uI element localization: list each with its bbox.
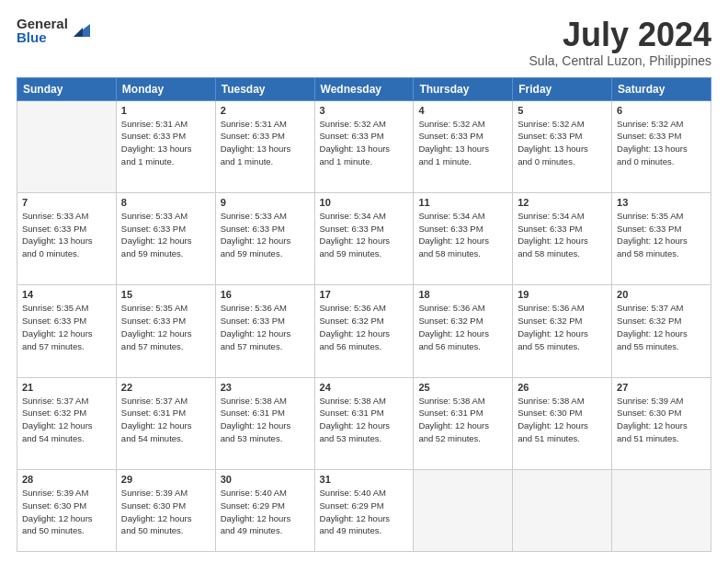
day-number: 19 <box>518 289 607 300</box>
table-row: 10Sunrise: 5:34 AMSunset: 6:33 PMDayligh… <box>314 192 414 284</box>
table-row: 7Sunrise: 5:33 AMSunset: 6:33 PMDaylight… <box>17 192 117 284</box>
col-wednesday: Wednesday <box>314 77 414 100</box>
title-block: July 2024 Sula, Central Luzon, Philippin… <box>529 17 711 68</box>
table-row: 22Sunrise: 5:37 AMSunset: 6:31 PMDayligh… <box>116 377 215 469</box>
col-friday: Friday <box>513 77 612 100</box>
day-number: 13 <box>617 197 706 208</box>
day-info: Sunrise: 5:32 AMSunset: 6:33 PMDaylight:… <box>518 118 607 168</box>
day-number: 24 <box>320 382 409 393</box>
day-info: Sunrise: 5:34 AMSunset: 6:33 PMDaylight:… <box>418 210 507 260</box>
day-info: Sunrise: 5:38 AMSunset: 6:31 PMDaylight:… <box>320 395 409 445</box>
day-number: 2 <box>221 105 310 116</box>
day-number: 27 <box>617 382 706 393</box>
main-title: July 2024 <box>529 17 711 53</box>
day-number: 21 <box>22 382 111 393</box>
day-info: Sunrise: 5:31 AMSunset: 6:33 PMDaylight:… <box>121 118 210 168</box>
col-saturday: Saturday <box>612 77 711 100</box>
day-number: 9 <box>221 197 310 208</box>
table-row: 6Sunrise: 5:32 AMSunset: 6:33 PMDaylight… <box>612 100 711 192</box>
table-row <box>17 100 117 192</box>
day-info: Sunrise: 5:37 AMSunset: 6:32 PMDaylight:… <box>22 395 111 445</box>
day-info: Sunrise: 5:33 AMSunset: 6:33 PMDaylight:… <box>221 210 310 260</box>
col-tuesday: Tuesday <box>215 77 314 100</box>
table-row: 19Sunrise: 5:36 AMSunset: 6:32 PMDayligh… <box>513 285 612 377</box>
svg-marker-1 <box>74 28 83 37</box>
table-row: 26Sunrise: 5:38 AMSunset: 6:30 PMDayligh… <box>513 377 612 469</box>
week-row-4: 21Sunrise: 5:37 AMSunset: 6:32 PMDayligh… <box>17 377 711 469</box>
table-row: 30Sunrise: 5:40 AMSunset: 6:29 PMDayligh… <box>215 469 314 551</box>
day-info: Sunrise: 5:40 AMSunset: 6:29 PMDaylight:… <box>320 487 409 537</box>
day-number: 16 <box>221 289 310 300</box>
day-info: Sunrise: 5:36 AMSunset: 6:32 PMDaylight:… <box>320 302 409 352</box>
day-info: Sunrise: 5:36 AMSunset: 6:32 PMDaylight:… <box>418 302 507 352</box>
day-info: Sunrise: 5:39 AMSunset: 6:30 PMDaylight:… <box>22 487 111 537</box>
col-sunday: Sunday <box>17 77 117 100</box>
day-number: 28 <box>22 474 111 485</box>
table-row: 13Sunrise: 5:35 AMSunset: 6:33 PMDayligh… <box>612 192 711 284</box>
day-number: 3 <box>320 105 409 116</box>
table-row: 3Sunrise: 5:32 AMSunset: 6:33 PMDaylight… <box>314 100 414 192</box>
header-row: Sunday Monday Tuesday Wednesday Thursday… <box>17 77 711 100</box>
day-info: Sunrise: 5:35 AMSunset: 6:33 PMDaylight:… <box>617 210 706 260</box>
table-row: 8Sunrise: 5:33 AMSunset: 6:33 PMDaylight… <box>116 192 215 284</box>
table-row <box>414 469 513 551</box>
day-info: Sunrise: 5:38 AMSunset: 6:31 PMDaylight:… <box>418 395 507 445</box>
table-row: 28Sunrise: 5:39 AMSunset: 6:30 PMDayligh… <box>17 469 117 551</box>
day-number: 5 <box>518 105 607 116</box>
logo-general: General <box>17 17 68 30</box>
day-number: 15 <box>121 289 210 300</box>
day-number: 26 <box>518 382 607 393</box>
table-row: 31Sunrise: 5:40 AMSunset: 6:29 PMDayligh… <box>314 469 414 551</box>
col-thursday: Thursday <box>414 77 513 100</box>
day-info: Sunrise: 5:40 AMSunset: 6:29 PMDaylight:… <box>221 487 310 537</box>
day-number: 11 <box>418 197 507 208</box>
day-info: Sunrise: 5:35 AMSunset: 6:33 PMDaylight:… <box>121 302 210 352</box>
day-info: Sunrise: 5:34 AMSunset: 6:33 PMDaylight:… <box>518 210 607 260</box>
table-row: 21Sunrise: 5:37 AMSunset: 6:32 PMDayligh… <box>17 377 117 469</box>
table-row: 23Sunrise: 5:38 AMSunset: 6:31 PMDayligh… <box>215 377 314 469</box>
day-number: 31 <box>320 474 409 485</box>
table-row: 24Sunrise: 5:38 AMSunset: 6:31 PMDayligh… <box>314 377 414 469</box>
day-number: 8 <box>121 197 210 208</box>
table-row: 29Sunrise: 5:39 AMSunset: 6:30 PMDayligh… <box>116 469 215 551</box>
day-number: 1 <box>121 105 210 116</box>
day-number: 25 <box>418 382 507 393</box>
header: General Blue July 2024 Sula, Central Luz… <box>17 17 711 68</box>
logo: General Blue <box>17 17 90 44</box>
day-info: Sunrise: 5:33 AMSunset: 6:33 PMDaylight:… <box>121 210 210 260</box>
table-row: 15Sunrise: 5:35 AMSunset: 6:33 PMDayligh… <box>116 285 215 377</box>
table-row: 5Sunrise: 5:32 AMSunset: 6:33 PMDaylight… <box>513 100 612 192</box>
table-row: 14Sunrise: 5:35 AMSunset: 6:33 PMDayligh… <box>17 285 117 377</box>
day-info: Sunrise: 5:38 AMSunset: 6:31 PMDaylight:… <box>221 395 310 445</box>
day-number: 29 <box>121 474 210 485</box>
logo-icon <box>70 20 90 40</box>
day-number: 23 <box>221 382 310 393</box>
day-number: 17 <box>320 289 409 300</box>
table-row: 25Sunrise: 5:38 AMSunset: 6:31 PMDayligh… <box>414 377 513 469</box>
table-row: 1Sunrise: 5:31 AMSunset: 6:33 PMDaylight… <box>116 100 215 192</box>
table-row: 12Sunrise: 5:34 AMSunset: 6:33 PMDayligh… <box>513 192 612 284</box>
logo-text: General Blue <box>17 17 68 44</box>
day-number: 18 <box>418 289 507 300</box>
day-info: Sunrise: 5:32 AMSunset: 6:33 PMDaylight:… <box>617 118 706 168</box>
logo-blue: Blue <box>17 30 68 44</box>
table-row: 2Sunrise: 5:31 AMSunset: 6:33 PMDaylight… <box>215 100 314 192</box>
day-info: Sunrise: 5:31 AMSunset: 6:33 PMDaylight:… <box>221 118 310 168</box>
day-info: Sunrise: 5:32 AMSunset: 6:33 PMDaylight:… <box>418 118 507 168</box>
table-row: 20Sunrise: 5:37 AMSunset: 6:32 PMDayligh… <box>612 285 711 377</box>
day-number: 10 <box>320 197 409 208</box>
day-info: Sunrise: 5:39 AMSunset: 6:30 PMDaylight:… <box>617 395 706 445</box>
table-row: 11Sunrise: 5:34 AMSunset: 6:33 PMDayligh… <box>414 192 513 284</box>
table-row: 18Sunrise: 5:36 AMSunset: 6:32 PMDayligh… <box>414 285 513 377</box>
day-info: Sunrise: 5:35 AMSunset: 6:33 PMDaylight:… <box>22 302 111 352</box>
day-number: 22 <box>121 382 210 393</box>
day-info: Sunrise: 5:32 AMSunset: 6:33 PMDaylight:… <box>320 118 409 168</box>
table-row <box>513 469 612 551</box>
week-row-5: 28Sunrise: 5:39 AMSunset: 6:30 PMDayligh… <box>17 469 711 551</box>
day-info: Sunrise: 5:36 AMSunset: 6:33 PMDaylight:… <box>221 302 310 352</box>
day-info: Sunrise: 5:34 AMSunset: 6:33 PMDaylight:… <box>320 210 409 260</box>
week-row-1: 1Sunrise: 5:31 AMSunset: 6:33 PMDaylight… <box>17 100 711 192</box>
day-number: 4 <box>418 105 507 116</box>
table-row: 27Sunrise: 5:39 AMSunset: 6:30 PMDayligh… <box>612 377 711 469</box>
table-row: 16Sunrise: 5:36 AMSunset: 6:33 PMDayligh… <box>215 285 314 377</box>
